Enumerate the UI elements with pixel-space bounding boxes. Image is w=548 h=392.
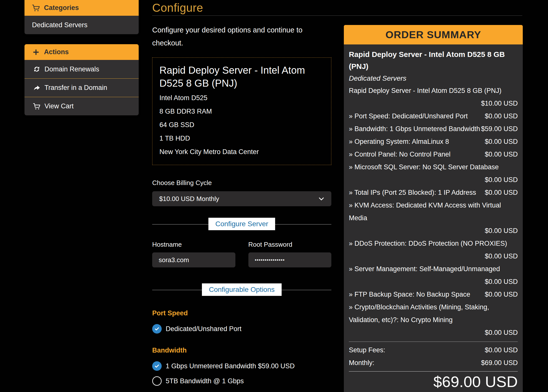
root-password-input[interactable] [248,252,332,267]
actions-block: Actions Domain Renewals Transfer in a Do… [24,44,139,115]
radio-option-label: 5TB Bandwidth @ 1 Gbps [166,377,244,385]
radio-unchecked-icon[interactable] [152,376,162,386]
radio-option-5tb-bandwidth[interactable]: 5TB Bandwidth @ 1 Gbps [152,376,331,386]
hostname-field-group: Hostname [152,241,235,267]
radio-checked-icon[interactable] [152,324,162,334]
product-spec: New York City Metro Data Center [159,148,324,156]
summary-options-list: » Port Speed: Dedicated/Unshared Port $0… [349,110,518,339]
radio-checked-icon[interactable] [152,361,162,371]
summary-option-row: » FTP Backup Space: No Backup Space $0.0… [349,288,518,301]
summary-option-row: » Crypto/Blockchain Activities (Mining, … [349,301,518,339]
categories-header-label: Categories [44,4,79,12]
radio-option-label: 1 Gbps Unmetered Bandwidth $59.00 USD [166,362,295,370]
summary-option-row: » Bandwidth: 1 Gbps Unmetered Bandwidth … [349,123,518,135]
option-group-bandwidth: Bandwidth [152,347,331,354]
product-spec: Intel Atom D525 [159,94,324,102]
order-summary-body: Rapid Deploy Server - Intel Atom D525 8 … [344,44,523,392]
billing-cycle-label: Choose Billing Cycle [152,179,331,187]
summary-product-price: $10.00 USD [481,97,518,110]
configurable-options-heading: Configurable Options [152,283,331,296]
main-content: Configure Configure your desired options… [152,0,331,392]
summary-category: Dedicated Servers [349,72,518,84]
summary-option-row: » Control Panel: No Control Panel $0.00 … [349,148,518,161]
billing-cycle-select[interactable]: $10.00 USD Monthly [152,191,331,206]
configure-server-heading: Configure Server [152,218,331,231]
page-title: Configure [152,0,331,14]
root-password-field-group: Root Password [248,241,332,267]
summary-option-row: » Total IPs (Port 25 Blocked): 1 IP Addr… [349,186,518,199]
sidebar-item-view-cart[interactable]: View Cart [24,97,139,115]
categories-block: Categories Dedicated Servers [24,0,139,34]
plus-icon [32,48,40,56]
summary-option-row: » DDoS Protection: DDoS Protection (NO P… [349,237,518,263]
sidebar-item-dedicated-servers[interactable]: Dedicated Servers [24,16,139,34]
option-group-port-speed: Port Speed [152,309,331,317]
summary-monthly-row: Monthly: $69.00 USD [349,357,518,369]
summary-divider [349,342,518,342]
configure-server-heading-label: Configure Server [208,218,275,230]
share-arrow-icon [33,84,40,92]
radio-option-dedicated-unshared-port[interactable]: Dedicated/Unshared Port [152,324,331,334]
radio-option-1gbps-unmetered[interactable]: 1 Gbps Unmetered Bandwidth $59.00 USD [152,361,331,371]
summary-product-line: Rapid Deploy Server - Intel Atom D525 8 … [349,84,518,110]
summary-option-row: » Microsoft SQL Server: No SQL Server Da… [349,161,518,186]
order-summary-header: ORDER SUMMARY [344,25,523,44]
summary-total-divider [349,371,518,372]
actions-header-label: Actions [44,48,69,56]
summary-setup-fees-row: Setup Fees: $0.00 USD [349,344,518,357]
sidebar-item-label: Dedicated Servers [32,21,87,29]
product-spec: 1 TB HDD [159,135,324,142]
actions-header: Actions [24,44,139,60]
configurable-options-heading-label: Configurable Options [202,283,282,296]
categories-header: Categories [24,0,139,16]
radio-option-label: Dedicated/Unshared Port [166,325,241,333]
total-due-amount: $69.00 USD [349,374,518,390]
summary-option-row: » KVM Access: Dedicated KVM Access with … [349,199,518,237]
server-credentials-row: Hostname Root Password [152,241,331,267]
summary-product-title: Rapid Deploy Server - Intel Atom D525 8 … [349,48,518,72]
product-box: Rapid Deploy Server - Intel Atom D525 8 … [152,57,331,165]
order-configure-page: Categories Dedicated Servers Actions Dom… [0,0,548,392]
product-title: Rapid Deploy Server - Intel Atom D525 8 … [159,64,324,90]
sidebar-item-transfer-domain[interactable]: Transfer in a Domain [24,78,139,97]
root-password-label: Root Password [248,241,332,248]
intro-text: Configure your desired options and conti… [152,23,331,49]
hostname-input[interactable] [152,252,235,267]
sidebar-item-label: Domain Renewals [44,65,99,73]
sidebar: Categories Dedicated Servers Actions Dom… [24,0,139,115]
refresh-icon [33,65,40,73]
cart-icon [32,4,40,12]
sidebar-item-domain-renewals[interactable]: Domain Renewals [24,60,139,78]
sidebar-item-label: Transfer in a Domain [44,84,107,92]
product-spec: 64 GB SSD [159,121,324,129]
summary-option-row: » Server Management: Self-Managed/Unmana… [349,263,518,288]
summary-option-row: » Port Speed: Dedicated/Unshared Port $0… [349,110,518,123]
product-spec: 8 GB DDR3 RAM [159,108,324,115]
summary-option-row: » Operating System: AlmaLinux 8 $0.00 US… [349,135,518,148]
total-due-caption: Total Due Today [349,391,518,392]
summary-product-name: Rapid Deploy Server - Intel Atom D525 8 … [349,84,502,97]
hostname-label: Hostname [152,241,235,248]
cart-icon [33,103,40,110]
order-summary-panel: ORDER SUMMARY Rapid Deploy Server - Inte… [344,25,523,392]
billing-cycle-select-wrap: $10.00 USD Monthly [152,191,331,206]
sidebar-item-label: View Cart [44,102,74,110]
